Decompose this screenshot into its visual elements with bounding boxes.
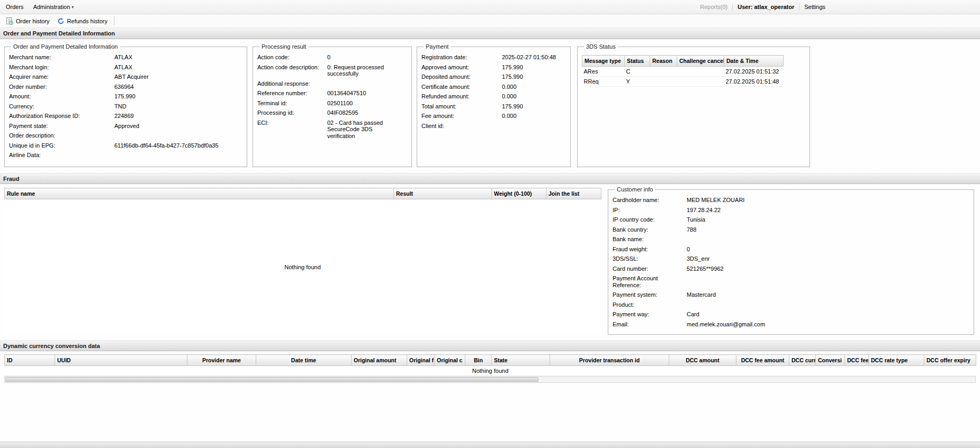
fraud-section-title: Fraud [3, 176, 20, 182]
column-header-provider-transaction-id[interactable]: Provider transaction id [550, 355, 669, 366]
field-value [687, 301, 969, 308]
field-value: ATLAX [114, 64, 242, 71]
menu-settings[interactable]: Settings [799, 0, 830, 14]
menu-administration-label: Administration [33, 4, 70, 10]
tds-status-grid: Message type Status Reason Challenge can… [582, 55, 784, 87]
chevron-down-icon: ▾ [71, 5, 74, 10]
field-value: 175.990 [502, 103, 566, 110]
field-label: Fraud weight: [613, 246, 687, 253]
cell-challenge-cancel [677, 67, 724, 77]
refunds-history-button[interactable]: Refunds history [53, 16, 111, 26]
field-row: Action code:0 [257, 54, 407, 61]
column-header-dcc-currency[interactable]: DCC curr [789, 355, 816, 366]
tds-status-legend: 3DS Status [584, 43, 618, 50]
column-header-id[interactable]: ID [5, 355, 55, 366]
field-label: Card number: [613, 266, 687, 272]
column-header-message-type[interactable]: Message type [582, 56, 625, 67]
menubar-right-group: Reports(0) User: atlax_operator Settings [695, 0, 830, 14]
field-row: Bank country:788 [613, 226, 969, 233]
scrollbar-thumb[interactable] [5, 377, 538, 382]
column-header-original-amount[interactable]: Original amount [352, 355, 407, 366]
field-row: Fee amount:0.000 [421, 113, 566, 120]
order-info-legend: Order and Payment Detailed Information [11, 43, 120, 50]
fraud-section-bar: Fraud [0, 173, 980, 184]
field-value: 788 [687, 226, 969, 233]
cell-message-type: RReq [582, 77, 625, 87]
bottom-status-bar [0, 442, 980, 448]
customer-info-legend: Customer info [615, 186, 655, 193]
column-header-result[interactable]: Result [394, 188, 492, 199]
field-value: Approved [114, 123, 242, 130]
column-header-uuid[interactable]: UUID [55, 355, 187, 366]
order-history-icon [6, 17, 13, 25]
column-header-original-fee[interactable]: Original f [407, 355, 435, 366]
field-label: Order number: [9, 84, 114, 90]
field-label: Approved amount: [421, 64, 502, 71]
column-header-dcc-rate-type[interactable]: DCC rate type [869, 355, 924, 366]
column-header-dcc-offer-expiry[interactable]: DCC offer expiry [924, 355, 976, 366]
field-row: Merchant name:ATLAX [9, 54, 242, 61]
column-header-dcc-fee-amount[interactable]: DCC fee amount [736, 355, 789, 366]
column-header-bin[interactable]: Bin [465, 355, 492, 366]
table-row[interactable]: RReq Y 27.02.2025 01:51:48 [582, 77, 784, 87]
field-value: 0: Request processed successfully [327, 64, 388, 77]
field-row: Deposited amount:175.990 [421, 74, 566, 80]
field-row: Terminal id:02501100 [257, 100, 407, 107]
menu-administration[interactable]: Administration▾ [29, 0, 79, 14]
field-value [687, 275, 969, 288]
field-label: Unique id in EPG: [9, 142, 114, 149]
column-header-status[interactable]: Status [625, 56, 650, 67]
column-header-provider-name[interactable]: Provider name [187, 355, 256, 366]
field-label: Product: [613, 301, 687, 308]
field-label: Email: [613, 321, 687, 328]
field-row: Fraud weight:0 [613, 246, 969, 253]
field-row: Reference number:001364047510 [257, 90, 407, 97]
app-window: Orders Administration▾ Reports(0) User: … [0, 0, 980, 448]
field-value [687, 236, 969, 243]
field-value: 0.000 [502, 93, 566, 100]
menu-reports[interactable]: Reports(0) [695, 0, 732, 14]
dcc-header-row: ID UUID Provider name Date time Original… [5, 355, 976, 366]
field-label: Authorization Response ID: [9, 113, 114, 120]
column-header-reason[interactable]: Reason [650, 56, 677, 67]
field-row: Registration date:2025-02-27 01:50:48 [421, 54, 566, 61]
column-header-dcc-amount[interactable]: DCC amount [669, 355, 736, 366]
table-row[interactable]: ARes C 27.02.2025 01:51:32 [582, 67, 784, 77]
column-header-rule-name[interactable]: Rule name [5, 188, 394, 199]
cell-status: Y [625, 77, 650, 87]
column-header-date-time[interactable]: Date & Time [724, 56, 784, 67]
customer-info-fieldset: Customer info Cardholder name:MED MELEK … [608, 186, 974, 335]
field-label: Reference number: [257, 90, 327, 97]
field-row: IP:197.28.24.22 [613, 207, 969, 214]
field-row: Payment system:Mastercard [613, 291, 969, 298]
field-row: Acquirer name:ABT Acquirer [9, 74, 242, 80]
field-label: Payment state: [9, 123, 114, 130]
field-value [114, 132, 242, 139]
menu-orders[interactable]: Orders [1, 0, 29, 14]
field-row: ECI:02 - Card has passed SecureCode 3DS … [257, 120, 407, 140]
field-value [327, 80, 388, 87]
horizontal-scrollbar[interactable] [4, 376, 976, 383]
field-label: Payment system: [613, 291, 687, 298]
column-header-challenge-cancel[interactable]: Challenge cancel [677, 56, 724, 67]
field-row: 3DS/SSL:3DS_enr [613, 255, 969, 262]
column-header-dcc-fee[interactable]: DCC fee [845, 355, 869, 366]
column-header-date-time[interactable]: Date time [256, 355, 352, 366]
fraud-region: Rule name Result Weight (0-100) Join the… [0, 184, 980, 340]
order-history-button[interactable]: Order history [2, 16, 53, 26]
column-header-join-the-list[interactable]: Join the list [546, 188, 601, 199]
fraud-empty-text: Nothing found [284, 264, 321, 270]
field-value: 611f66db-df64-45fa-b427-7c857bdf0a35 [114, 142, 242, 149]
field-label: Payment way: [613, 311, 687, 318]
field-row: Amount:175.990 [9, 93, 242, 100]
column-header-original-currency[interactable]: Original c [435, 355, 465, 366]
column-header-conversion-rate[interactable]: Conversi [816, 355, 845, 366]
column-header-state[interactable]: State [492, 355, 550, 366]
order-info-fieldset: Order and Payment Detailed Information M… [4, 43, 247, 167]
column-header-weight[interactable]: Weight (0-100) [492, 188, 546, 199]
field-value: Card [687, 311, 969, 318]
field-label: Action code: [257, 54, 327, 61]
field-row: Client id: [421, 123, 566, 130]
dcc-section-title: Dynamic currency conversion data [3, 343, 100, 349]
processing-result-fieldset: Processing result Action code:0 Action c… [253, 43, 412, 167]
